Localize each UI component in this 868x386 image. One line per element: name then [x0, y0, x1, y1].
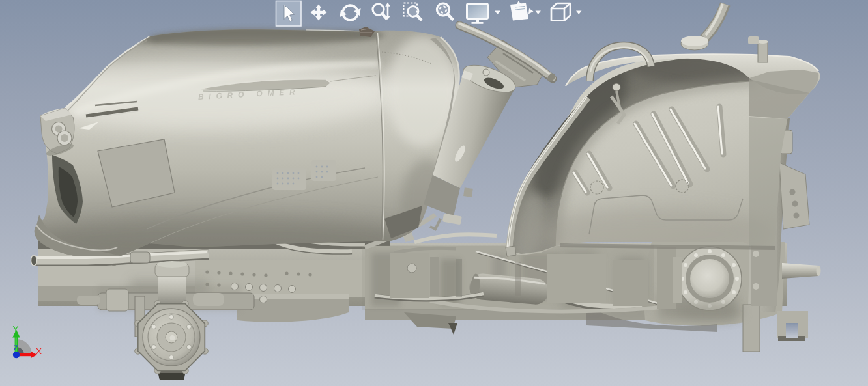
- svg-text:Y: Y: [13, 324, 19, 334]
- svg-text:X: X: [36, 346, 42, 356]
